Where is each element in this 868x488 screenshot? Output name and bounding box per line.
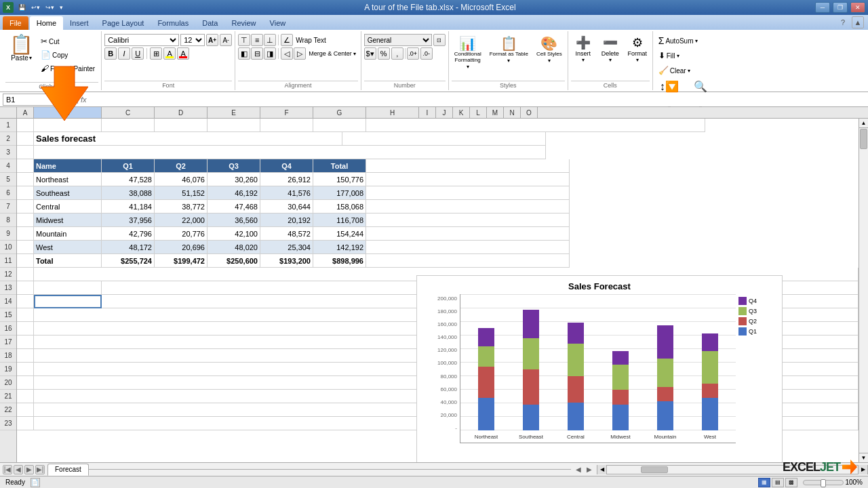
cell-d5[interactable]: 46,076 <box>155 173 208 186</box>
row-6[interactable]: 6 <box>0 186 16 200</box>
decrease-indent-button[interactable]: ◁ <box>281 47 293 60</box>
cell-f6[interactable]: 41,576 <box>260 186 313 200</box>
cell-h4[interactable] <box>366 159 570 173</box>
cell-g10[interactable]: 142,192 <box>313 241 366 254</box>
row-5[interactable]: 5 <box>0 173 16 186</box>
tab-data[interactable]: Data <box>195 16 224 30</box>
col-header-a[interactable]: A <box>17 107 34 118</box>
cell-b6[interactable]: Southeast <box>34 186 102 200</box>
cell-e11[interactable]: $250,600 <box>208 254 260 268</box>
bold-button[interactable]: B <box>104 47 117 60</box>
col-header-j[interactable]: J <box>436 107 453 118</box>
cell-e1[interactable] <box>208 119 260 132</box>
col-header-n[interactable]: N <box>504 107 521 118</box>
align-middle-button[interactable]: ≡ <box>251 34 263 46</box>
save-button[interactable]: 💾 <box>16 3 28 12</box>
last-tab-button[interactable]: ▶| <box>35 465 45 474</box>
row-3[interactable]: 3 <box>0 146 16 159</box>
col-header-b[interactable]: B <box>34 107 102 118</box>
cell-a10[interactable] <box>17 241 34 254</box>
copy-button[interactable]: 📄 Copy <box>39 49 97 61</box>
delete-button[interactable]: ➖ Delete ▾ <box>598 34 623 81</box>
tab-scroll-right[interactable]: ▶ <box>585 465 594 474</box>
cell-f11[interactable]: $193,200 <box>260 254 313 268</box>
row-15[interactable]: 15 <box>0 308 16 322</box>
page-layout-view-button[interactable]: ▤ <box>772 478 784 487</box>
name-box[interactable] <box>3 94 57 106</box>
row-22[interactable]: 22 <box>0 403 16 417</box>
percent-button[interactable]: % <box>378 47 390 60</box>
cell-f4[interactable]: Q4 <box>260 159 313 173</box>
restore-button[interactable]: ❐ <box>833 2 848 13</box>
cell-a11[interactable] <box>17 254 34 268</box>
cell-b13[interactable] <box>34 281 102 295</box>
clear-button[interactable]: 🧹 Clear ▾ <box>656 64 732 77</box>
cell-c4[interactable]: Q1 <box>102 159 155 173</box>
number-format-dialog-button[interactable]: ⊡ <box>433 34 446 46</box>
increase-decimal-button[interactable]: .0+ <box>407 47 419 60</box>
cell-a23[interactable] <box>17 417 34 430</box>
col-header-e[interactable]: E <box>208 107 260 118</box>
cell-a6[interactable] <box>17 186 34 200</box>
tab-insert[interactable]: Insert <box>63 16 96 30</box>
cell-c7[interactable]: 41,184 <box>102 200 155 214</box>
cell-a17[interactable] <box>17 336 34 349</box>
help-button[interactable]: ? <box>837 16 849 28</box>
col-header-i[interactable]: I <box>419 107 436 118</box>
cell-f9[interactable]: 48,572 <box>260 227 313 241</box>
cell-d1[interactable] <box>155 119 208 132</box>
col-header-d[interactable]: D <box>155 107 208 118</box>
border-button[interactable]: ⊞ <box>150 47 162 60</box>
cell-b14[interactable] <box>34 295 102 308</box>
tab-view[interactable]: View <box>263 16 293 30</box>
col-header-f[interactable]: F <box>260 107 313 118</box>
tab-home[interactable]: Home <box>30 16 63 30</box>
cell-a4[interactable] <box>17 159 34 173</box>
increase-indent-button[interactable]: ▷ <box>294 47 306 60</box>
cell-a3[interactable] <box>17 146 34 159</box>
align-left-button[interactable]: ◧ <box>238 47 250 60</box>
cell-b10[interactable]: West <box>34 241 102 254</box>
row-10[interactable]: 10 <box>0 241 16 254</box>
row-4[interactable]: 4 <box>0 159 16 173</box>
row-7[interactable]: 7 <box>0 200 16 214</box>
format-painter-button[interactable]: 🖌 Format Painter <box>39 62 97 75</box>
cell-c8[interactable]: 37,956 <box>102 214 155 227</box>
customize-qa-button[interactable]: ▾ <box>58 3 65 12</box>
prev-tab-button[interactable]: ◀ <box>14 465 23 474</box>
col-header-l[interactable]: L <box>470 107 487 118</box>
cell-c5[interactable]: 47,528 <box>102 173 155 186</box>
row-8[interactable]: 8 <box>0 214 16 227</box>
cell-e5[interactable]: 30,260 <box>208 173 260 186</box>
redo-button[interactable]: ↪▾ <box>43 3 56 12</box>
align-center-button[interactable]: ⊟ <box>251 47 263 60</box>
cell-c6[interactable]: 38,088 <box>102 186 155 200</box>
cell-a13[interactable] <box>17 281 34 295</box>
italic-button[interactable]: I <box>118 47 130 60</box>
cell-d7[interactable]: 38,772 <box>155 200 208 214</box>
col-header-m[interactable]: M <box>487 107 504 118</box>
cell-h10[interactable] <box>366 241 570 254</box>
cell-b2[interactable]: Sales forecast <box>34 132 342 146</box>
font-size-select[interactable]: 12 <box>180 34 205 46</box>
align-right-button[interactable]: ◨ <box>264 47 276 60</box>
row-18[interactable]: 18 <box>0 349 16 363</box>
cell-e10[interactable]: 48,020 <box>208 241 260 254</box>
wrap-text-button[interactable]: Wrap Text <box>294 34 328 46</box>
cell-a1[interactable] <box>17 119 34 132</box>
increase-font-size-button[interactable]: A+ <box>206 34 218 46</box>
cell-g4[interactable]: Total <box>313 159 366 173</box>
cell-d10[interactable]: 20,696 <box>155 241 208 254</box>
confirm-formula-button[interactable]: ✓ <box>68 95 75 104</box>
comma-button[interactable]: , <box>391 47 403 60</box>
cell-g1[interactable] <box>313 119 366 132</box>
fill-button[interactable]: ⬇ Fill ▾ <box>656 49 732 62</box>
row-2[interactable]: 2 <box>0 132 16 146</box>
cell-a16[interactable] <box>17 322 34 336</box>
row-12[interactable]: 12 <box>0 268 16 281</box>
col-header-k[interactable]: K <box>453 107 470 118</box>
orientation-button[interactable]: ∠ <box>281 34 293 46</box>
merge-center-button[interactable]: Merge & Center ▾ <box>307 47 358 60</box>
cell-d6[interactable]: 51,152 <box>155 186 208 200</box>
cell-c9[interactable]: 42,796 <box>102 227 155 241</box>
